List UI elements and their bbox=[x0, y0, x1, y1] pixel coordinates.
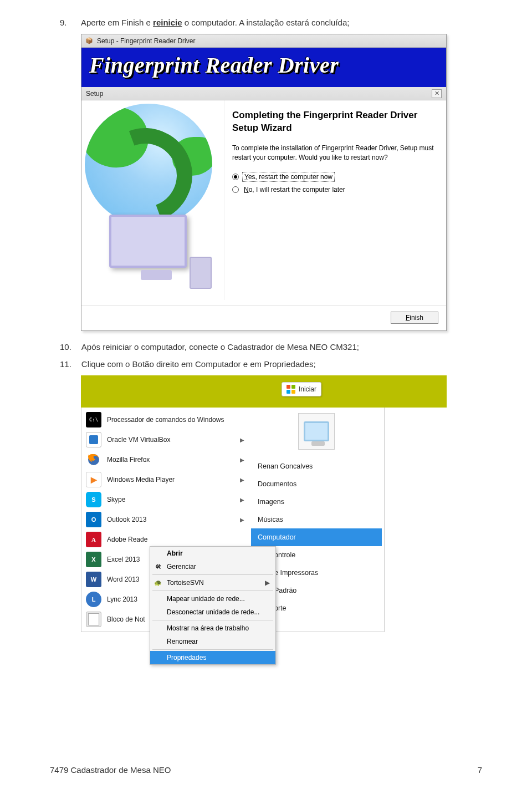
outlook-icon bbox=[86, 512, 101, 527]
adobe-reader-icon bbox=[86, 532, 101, 547]
ctx-separator bbox=[152, 620, 273, 620]
skype-icon bbox=[86, 492, 101, 507]
cmd-icon: C:\ bbox=[86, 412, 101, 427]
finish-button[interactable]: Finish bbox=[391, 312, 438, 324]
radio-no-label: No, I will restart the computer later bbox=[242, 185, 347, 194]
program-virtualbox[interactable]: Oracle VM VirtualBox ▶ bbox=[81, 430, 249, 450]
startmenu-screenshot: Iniciar C:\ Processador de comandos do W… bbox=[81, 375, 482, 632]
radio-unselected-icon bbox=[232, 186, 239, 193]
ctx-disconnect-drive[interactable]: Desconectar unidade de rede... bbox=[150, 605, 275, 619]
radio-restart-yes[interactable]: Yes, restart the computer now bbox=[232, 172, 438, 182]
computer-icon bbox=[304, 421, 329, 441]
ctx-tortoise-label: TortoiseSVN bbox=[167, 579, 204, 587]
program-label: Outlook 2013 bbox=[107, 516, 146, 523]
wizard-body: Completing the Fingerprint Reader Driver… bbox=[81, 100, 446, 306]
installer-banner: Fingerprint Reader Driver bbox=[81, 48, 446, 87]
banner-title: Fingerprint Reader Driver bbox=[89, 52, 438, 78]
ctx-rename-label: Renomear bbox=[167, 638, 198, 645]
footer-doc-title: 7479 Cadastrador de Mesa NEO bbox=[50, 765, 171, 775]
ctx-separator bbox=[152, 591, 273, 591]
excel-icon bbox=[86, 552, 101, 567]
images-link[interactable]: Imagens bbox=[251, 493, 382, 511]
program-firefox[interactable]: Mozilla Firefox ▶ bbox=[81, 450, 249, 470]
computer-link[interactable]: Computador bbox=[251, 528, 382, 546]
ctx-properties[interactable]: Propriedades bbox=[150, 651, 275, 664]
documents-link[interactable]: Documentos bbox=[251, 475, 382, 493]
close-icon[interactable]: ✕ bbox=[432, 89, 442, 98]
wizard-illustration bbox=[81, 100, 224, 300]
start-button[interactable]: Iniciar bbox=[282, 382, 321, 396]
instruction-9-num: 9. bbox=[60, 17, 71, 28]
program-label: Mozilla Firefox bbox=[107, 456, 150, 464]
program-label: Oracle VM VirtualBox bbox=[107, 436, 171, 444]
ctx-separator bbox=[152, 574, 273, 575]
ctx-show-label: Mostrar na área de trabalho bbox=[167, 624, 249, 632]
wizard-heading: Completing the Fingerprint Reader Driver… bbox=[232, 109, 438, 135]
submenu-arrow-icon: ▶ bbox=[240, 437, 244, 443]
tortoisesvn-icon: 🐢 bbox=[154, 578, 162, 587]
instruction-9-text: Aperte em Finish e reinicie o computador… bbox=[81, 17, 482, 28]
program-wmp[interactable]: Windows Media Player ▶ bbox=[81, 470, 249, 490]
installer-window: 📦 Setup - Fingerprint Reader Driver Fing… bbox=[81, 34, 447, 331]
wizard-button-bar: Finish bbox=[81, 306, 446, 330]
submenu-arrow-icon: ▶ bbox=[240, 517, 244, 523]
ctx-open[interactable]: Abrir bbox=[150, 547, 275, 560]
instruction-9: 9. Aperte em Finish e reinicie o computa… bbox=[60, 17, 482, 28]
context-menu: Abrir 🛠 Gerenciar 🐢 TortoiseSVN ▶ Mapear… bbox=[150, 546, 276, 665]
start-button-label: Iniciar bbox=[299, 385, 316, 393]
inner-titlebar: Setup ✕ bbox=[81, 87, 446, 100]
wizard-description: To complete the installation of Fingerpr… bbox=[232, 144, 438, 162]
instruction-11-text: Clique com o Botão direito em Computador… bbox=[81, 358, 482, 370]
program-label: Skype bbox=[107, 496, 125, 503]
ctx-manage[interactable]: 🛠 Gerenciar bbox=[150, 560, 275, 573]
installer-titlebar: 📦 Setup - Fingerprint Reader Driver bbox=[81, 34, 446, 48]
lync-icon bbox=[86, 592, 101, 607]
word-icon bbox=[86, 572, 101, 587]
program-skype[interactable]: Skype ▶ bbox=[81, 490, 249, 510]
footer-page-number: 7 bbox=[478, 765, 482, 775]
manage-icon: 🛠 bbox=[154, 562, 162, 571]
setup-icon: 📦 bbox=[85, 37, 94, 45]
wizard-content: Completing the Fingerprint Reader Driver… bbox=[231, 100, 446, 300]
windows-logo-icon bbox=[287, 385, 295, 394]
instruction-11-num: 11. bbox=[60, 358, 71, 370]
installer-title: Setup - Fingerprint Reader Driver bbox=[97, 37, 195, 45]
program-label: Excel 2013 bbox=[107, 556, 140, 563]
program-label: Word 2013 bbox=[107, 576, 139, 583]
inner-dialog-title: Setup bbox=[86, 90, 103, 98]
ctx-separator bbox=[152, 649, 273, 650]
restart-radio-group: Yes, restart the computer now No, I will… bbox=[232, 172, 438, 194]
inner-dialog: Setup ✕ bbox=[81, 87, 446, 330]
ctx-tortoise[interactable]: 🐢 TortoiseSVN ▶ bbox=[150, 576, 275, 589]
program-label: Lync 2013 bbox=[107, 595, 137, 603]
instruction-10: 10. Após reiniciar o computador, conecte… bbox=[60, 341, 482, 353]
installer-screenshot: 📦 Setup - Fingerprint Reader Driver Fing… bbox=[81, 34, 482, 331]
program-label: Processador de comandos do Windows bbox=[107, 416, 224, 424]
music-link[interactable]: Músicas bbox=[251, 511, 382, 528]
radio-yes-label: Yes, restart the computer now bbox=[242, 172, 335, 182]
media-player-icon bbox=[86, 472, 101, 487]
virtualbox-icon bbox=[86, 432, 101, 447]
program-label: Adobe Reade bbox=[107, 536, 147, 543]
ctx-show-desktop[interactable]: Mostrar na área de trabalho bbox=[150, 622, 275, 635]
program-outlook[interactable]: Outlook 2013 ▶ bbox=[81, 510, 249, 530]
ctx-open-label: Abrir bbox=[167, 549, 183, 557]
ctx-disconnect-label: Desconectar unidade de rede... bbox=[167, 608, 259, 616]
ctx-properties-label: Propriedades bbox=[167, 654, 206, 661]
radio-restart-no[interactable]: No, I will restart the computer later bbox=[232, 185, 438, 194]
radio-selected-icon bbox=[232, 174, 239, 180]
user-avatar bbox=[298, 413, 335, 450]
ctx-map-drive[interactable]: Mapear unidade de rede... bbox=[150, 592, 275, 605]
program-cmd[interactable]: C:\ Processador de comandos do Windows bbox=[81, 410, 249, 430]
pc-tower-icon bbox=[190, 257, 212, 289]
ctx-map-label: Mapear unidade de rede... bbox=[167, 595, 245, 603]
program-label: Windows Media Player bbox=[107, 476, 175, 483]
ctx-manage-label: Gerenciar bbox=[167, 563, 196, 571]
submenu-arrow-icon: ▶ bbox=[240, 497, 244, 503]
submenu-arrow-icon: ▶ bbox=[265, 579, 270, 587]
ctx-rename[interactable]: Renomear bbox=[150, 635, 275, 648]
user-name-link[interactable]: Renan Goncalves bbox=[251, 457, 382, 475]
program-label: Bloco de Not bbox=[107, 615, 145, 623]
firefox-icon bbox=[86, 452, 101, 467]
instruction-10-text: Após reiniciar o computador, conecte o C… bbox=[81, 341, 482, 353]
